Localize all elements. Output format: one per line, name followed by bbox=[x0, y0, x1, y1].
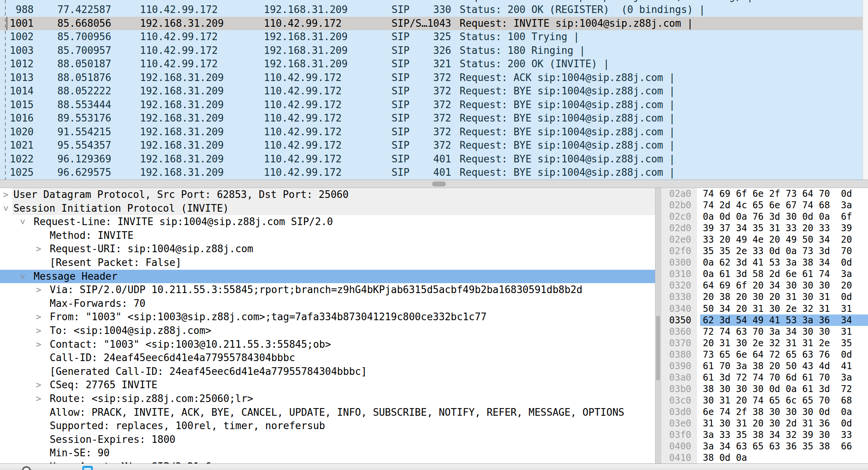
packet-cell-info: Status: 200 OK (INVITE) | bbox=[460, 57, 609, 71]
hex-bytes: 0a 62 3d 41 53 3a 38 34 0d bbox=[700, 257, 868, 268]
packet-cell-destination: 110.42.99.172 bbox=[264, 0, 342, 3]
packet-row[interactable]: 102091.554215192.168.31.209110.42.99.172… bbox=[0, 125, 863, 139]
chevron-right-icon[interactable]: > bbox=[34, 310, 44, 324]
hex-row[interactable]: 035062 3d 54 49 41 53 3a 36 34 bbox=[661, 314, 868, 326]
chevron-right-icon[interactable]: > bbox=[34, 324, 44, 338]
chevron-right-icon[interactable]: > bbox=[34, 283, 44, 297]
detail-row[interactable]: Method: INVITE bbox=[0, 229, 655, 243]
packet-cell-source: 110.42.99.172 bbox=[140, 3, 218, 17]
chevron-down-icon[interactable]: > bbox=[16, 217, 29, 227]
detail-row[interactable]: >Message Header bbox=[0, 270, 655, 284]
hex-row[interactable]: 02c00a 0d 0a 76 3d 30 0d 0a 6f bbox=[661, 211, 868, 222]
packet-cell-time: 89.553176 bbox=[57, 112, 111, 125]
hex-row[interactable]: 033020 38 20 30 20 31 30 31 0d bbox=[661, 291, 868, 303]
detail-row[interactable]: Allow: PRACK, INVITE, ACK, BYE, CANCEL, … bbox=[0, 406, 655, 420]
detail-row-text: Route: <sip:sip.z88j.com:25060;lr> bbox=[50, 392, 253, 406]
packet-row[interactable]: 101388.051876192.168.31.209110.42.99.172… bbox=[0, 71, 863, 85]
packet-details-pane: >User Datagram Protocol, Src Port: 62853… bbox=[0, 188, 655, 464]
detail-row[interactable]: >To: <sip:1004@sip.z88j.com> bbox=[0, 324, 655, 338]
detail-row[interactable]: Supported: replaces, 100rel, timer, nore… bbox=[0, 419, 655, 433]
packet-cell-info: Request: BYE sip:1004@sip.z88j.com | bbox=[460, 139, 675, 152]
detail-row[interactable]: Call-ID: 24eaf45eec6d41e4a77955784304bbb… bbox=[0, 351, 655, 365]
detail-row[interactable]: >Via: SIP/2.0/UDP 10.211.55.3:55845;rpor… bbox=[0, 283, 655, 297]
hex-row[interactable]: 03b038 30 30 30 0d 0a 61 3d 72 bbox=[661, 383, 868, 395]
detail-row[interactable]: [Generated Call-ID: 24eaf45eec6d41e4a779… bbox=[0, 365, 655, 379]
detail-row[interactable]: Max-Forwards: 70 bbox=[0, 297, 655, 311]
detail-row[interactable]: Min-SE: 90 bbox=[0, 446, 655, 460]
packet-row[interactable]: 98877.422587110.42.99.172192.168.31.209S… bbox=[0, 3, 863, 17]
hex-row[interactable]: 04003a 34 63 65 63 36 35 38 66 bbox=[661, 441, 868, 452]
packet-row[interactable]: 102195.554357192.168.31.209110.42.99.172… bbox=[0, 139, 863, 152]
detail-row-text: [Resent Packet: False] bbox=[50, 256, 181, 270]
detail-row[interactable]: >Route: <sip:sip.z88j.com:25060;lr> bbox=[0, 392, 655, 406]
detail-row[interactable]: >User Datagram Protocol, Src Port: 62853… bbox=[0, 188, 655, 202]
packet-cell-time: 96.129369 bbox=[57, 152, 111, 166]
hex-row[interactable]: 038073 65 6e 64 72 65 63 76 0d bbox=[661, 349, 868, 360]
packet-cell-destination: 110.42.99.172 bbox=[264, 139, 342, 152]
chevron-right-icon[interactable]: > bbox=[34, 378, 44, 392]
hex-row[interactable]: 036072 74 63 70 3a 34 30 30 31 bbox=[661, 326, 868, 337]
expert-info-icon[interactable] bbox=[22, 466, 31, 470]
hex-row[interactable]: 032064 69 6f 20 34 30 30 30 20 bbox=[661, 280, 868, 291]
packet-row-partial[interactable]: 98777.421192.168.31.209110.42.99.172SIP4… bbox=[0, 0, 863, 3]
packet-row[interactable]: 100185.668056192.168.31.209110.42.99.172… bbox=[0, 17, 863, 31]
detail-row[interactable]: >Contact: "1003" <sip:1003@10.211.55.3:5… bbox=[0, 338, 655, 352]
packet-row[interactable]: 100385.700957110.42.99.172192.168.31.209… bbox=[0, 44, 863, 58]
packet-row[interactable]: 101689.553176192.168.31.209110.42.99.172… bbox=[0, 112, 863, 125]
hex-row[interactable]: 03e031 30 31 20 30 2d 31 36 0d bbox=[661, 418, 868, 429]
packet-row[interactable]: 101288.050187110.42.99.172192.168.31.209… bbox=[0, 57, 863, 71]
detail-row[interactable]: >Request-Line: INVITE sip:1004@sip.z88j.… bbox=[0, 215, 655, 229]
packet-cell-source: 192.168.31.209 bbox=[140, 98, 224, 112]
packet-row[interactable]: 101488.052222192.168.31.209110.42.99.172… bbox=[0, 84, 863, 98]
packet-row[interactable]: 102596.629575192.168.31.209110.42.99.172… bbox=[0, 166, 863, 180]
hex-row[interactable]: 03100a 61 3d 58 2d 6e 61 74 3a bbox=[661, 268, 868, 280]
hex-bytes: 38 30 30 30 0d 0a 61 3d 72 bbox=[700, 383, 868, 395]
hex-row[interactable]: 037020 31 30 2e 32 31 31 2e 35 bbox=[661, 337, 868, 349]
packetlist-vscrollbar[interactable] bbox=[863, 0, 868, 180]
hex-row[interactable]: 039061 70 3a 38 20 50 43 4d 41 bbox=[661, 360, 868, 372]
detail-row[interactable]: >From: "1003" <sip:1003@sip.z88j.com>;ta… bbox=[0, 310, 655, 324]
hex-row[interactable]: 02d039 37 34 35 31 33 20 33 39 bbox=[661, 222, 868, 234]
detail-row[interactable]: >Session Initiation Protocol (INVITE) bbox=[0, 202, 655, 216]
hex-row[interactable]: 03a061 3d 72 74 70 6d 61 70 3a bbox=[661, 372, 868, 383]
packet-row[interactable]: 101588.553444192.168.31.209110.42.99.172… bbox=[0, 98, 863, 112]
hex-row[interactable]: 034050 34 20 31 30 2e 32 31 31 bbox=[661, 303, 868, 314]
hex-row[interactable]: 03f03a 33 35 38 34 32 39 30 33 bbox=[661, 429, 868, 441]
hex-row[interactable]: 041038 0d 0a bbox=[661, 452, 868, 464]
hex-row[interactable]: 03000a 62 3d 41 53 3a 38 34 0d bbox=[661, 257, 868, 268]
chevron-down-icon[interactable]: > bbox=[0, 203, 13, 213]
detail-row[interactable]: Session-Expires: 1800 bbox=[0, 433, 655, 447]
packet-cell-source: 192.168.31.209 bbox=[140, 17, 224, 31]
detail-row[interactable]: User-Agent: MicroSIP/3.21.6 bbox=[0, 460, 655, 464]
chevron-right-icon[interactable]: > bbox=[34, 338, 44, 352]
chevron-down-icon[interactable]: > bbox=[16, 271, 29, 281]
chevron-right-icon[interactable]: > bbox=[34, 242, 44, 256]
hex-row[interactable]: 02b074 2d 4c 65 6e 67 74 68 3a bbox=[661, 199, 868, 211]
packet-cell-length: 372 bbox=[400, 98, 451, 112]
packet-row[interactable]: 102296.129369192.168.31.209110.42.99.172… bbox=[0, 152, 863, 166]
hex-bytes: 72 74 63 70 3a 34 30 30 31 bbox=[700, 326, 868, 337]
hex-row[interactable]: 02f035 35 2e 33 0d 0a 73 3d 70 bbox=[661, 245, 868, 257]
hex-dump-pane: 02a074 69 6f 6e 2f 73 64 70 0d02b074 2d … bbox=[661, 188, 868, 464]
packet-cell-length: 330 bbox=[400, 3, 451, 17]
packet-row[interactable]: 100285.700956110.42.99.172192.168.31.209… bbox=[0, 30, 863, 44]
capture-comment-icon[interactable] bbox=[82, 466, 93, 470]
detail-row-text: Request-Line: INVITE sip:1004@sip.z88j.c… bbox=[34, 215, 333, 229]
hex-row[interactable]: 02a074 69 6f 6e 2f 73 64 70 0d bbox=[661, 188, 868, 199]
details-vscrollbar-thumb[interactable] bbox=[656, 316, 660, 381]
detail-row[interactable]: >Request-URI: sip:1004@sip.z88j.com bbox=[0, 242, 655, 256]
detail-row-text: To: <sip:1004@sip.z88j.com> bbox=[50, 324, 211, 338]
details-vscrollbar[interactable] bbox=[655, 188, 661, 464]
chevron-right-icon[interactable]: > bbox=[34, 392, 44, 406]
conversation-dashed-line bbox=[5, 0, 6, 180]
detail-row[interactable]: [Resent Packet: False] bbox=[0, 256, 655, 270]
packet-cell-time: 85.668056 bbox=[57, 17, 111, 31]
detail-row[interactable]: >CSeq: 27765 INVITE bbox=[0, 378, 655, 392]
hscrollbar-thumb[interactable] bbox=[432, 182, 446, 186]
hex-bytes: 31 30 31 20 30 2d 31 36 0d bbox=[700, 418, 868, 429]
chevron-right-icon[interactable]: > bbox=[1, 188, 11, 202]
packetlist-hscrollbar[interactable] bbox=[0, 180, 868, 188]
hex-row[interactable]: 02e033 20 49 4e 20 49 50 34 20 bbox=[661, 234, 868, 245]
hex-row[interactable]: 03c030 31 20 74 65 6c 65 70 68 bbox=[661, 395, 868, 406]
hex-row[interactable]: 03d06e 74 2f 38 30 30 30 0d 0a bbox=[661, 406, 868, 418]
